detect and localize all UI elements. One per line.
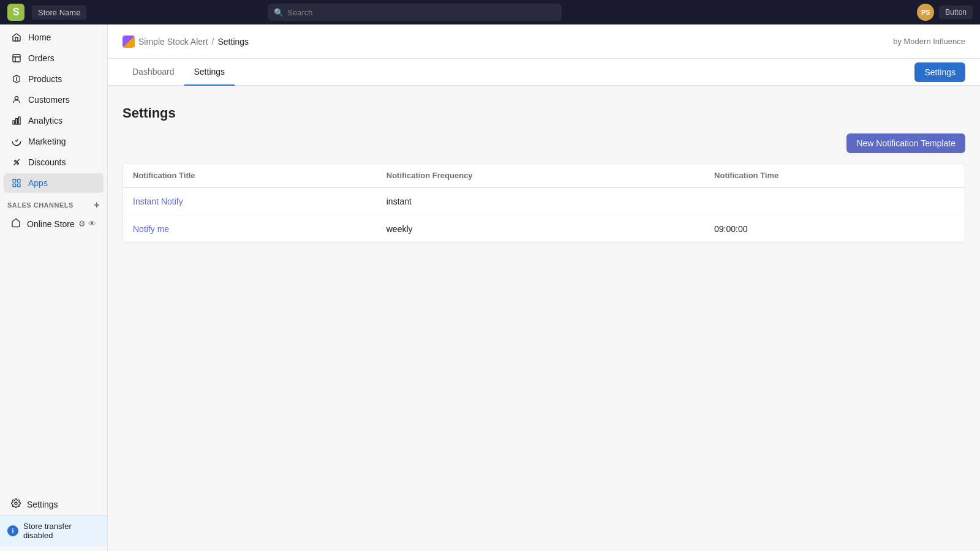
svg-point-6 <box>17 163 19 165</box>
topbar: S Store Name 🔍 PS Button <box>0 0 980 24</box>
online-store-left: Online Store <box>11 218 75 230</box>
store-name: Store Name <box>32 6 86 20</box>
search-bar[interactable]: 🔍 <box>268 4 562 21</box>
online-store-settings-icon[interactable]: ⚙ <box>78 219 86 228</box>
row2-time: 09:00:00 <box>704 216 965 243</box>
current-page: Settings <box>218 37 249 47</box>
online-store-eye-icon[interactable]: 👁 <box>88 219 96 228</box>
topbar-right: PS Button <box>917 4 973 21</box>
sidebar-item-label-home: Home <box>28 32 51 42</box>
online-store-icon <box>11 218 21 230</box>
sidebar-item-label-products: Products <box>28 74 62 84</box>
svg-rect-3 <box>16 119 18 124</box>
notification-table: Notification Title Notification Frequenc… <box>123 163 965 242</box>
table-body: Instant Notify instant Notify me weekly … <box>123 188 965 243</box>
apps-icon <box>11 178 22 189</box>
app-name: Simple Stock Alert <box>138 37 208 47</box>
sidebar-item-label-orders: Orders <box>28 53 55 63</box>
svg-rect-8 <box>17 179 20 182</box>
tabs: Dashboard Settings <box>123 59 235 86</box>
svg-rect-0 <box>13 54 20 62</box>
tab-dashboard[interactable]: Dashboard <box>123 59 184 86</box>
sidebar-item-marketing[interactable]: Marketing <box>4 132 104 151</box>
settings-icon <box>11 498 21 510</box>
svg-rect-2 <box>13 121 15 124</box>
svg-point-11 <box>15 502 17 504</box>
by-text: by Modern Influence <box>893 37 965 46</box>
svg-point-5 <box>15 160 17 162</box>
home-icon <box>11 32 22 43</box>
table-row: Notify me weekly 09:00:00 <box>123 216 965 243</box>
row1-frequency: instant <box>377 188 704 216</box>
sidebar-item-online-store[interactable]: Online Store ⚙ 👁 <box>4 214 104 234</box>
tab-bar: Dashboard Settings Settings <box>108 59 980 86</box>
app-icon <box>123 36 135 48</box>
row1-time <box>704 188 965 216</box>
sidebar-item-apps[interactable]: Apps <box>4 173 104 193</box>
sidebar-item-products[interactable]: Products <box>4 69 104 89</box>
online-store-label: Online Store <box>27 219 75 229</box>
sidebar-bottom: Settings i Store transfer disabled <box>0 493 107 551</box>
sidebar-item-label-discounts: Discounts <box>28 157 66 167</box>
search-input[interactable] <box>287 8 556 17</box>
sidebar-item-orders[interactable]: Orders <box>4 48 104 68</box>
row1-title[interactable]: Instant Notify <box>123 188 377 216</box>
settings-label: Settings <box>27 500 58 509</box>
sidebar-item-label-analytics: Analytics <box>28 116 62 126</box>
search-icon: 🔍 <box>274 8 284 17</box>
sidebar-item-label-apps: Apps <box>28 178 48 188</box>
sidebar-item-label-customers: Customers <box>28 95 70 105</box>
svg-point-1 <box>15 97 18 100</box>
tab-settings[interactable]: Settings <box>184 59 235 86</box>
table-row: Instant Notify instant <box>123 188 965 216</box>
svg-rect-7 <box>13 179 16 182</box>
store-transfer-label: Store transfer disabled <box>23 522 100 540</box>
row2-title[interactable]: Notify me <box>123 216 377 243</box>
marketing-icon <box>11 136 22 147</box>
avatar: PS <box>917 4 934 21</box>
app-header: Simple Stock Alert / Settings by Modern … <box>108 24 980 59</box>
topbar-button[interactable]: Button <box>939 6 973 19</box>
svg-rect-9 <box>13 184 16 187</box>
table-header: Notification Title Notification Frequenc… <box>123 163 965 188</box>
col-header-frequency: Notification Frequency <box>377 163 704 188</box>
sidebar-item-analytics[interactable]: Analytics <box>4 111 104 130</box>
add-sales-channel-icon[interactable]: + <box>94 200 100 211</box>
col-header-time: Notification Time <box>704 163 965 188</box>
settings-page-button[interactable]: Settings <box>914 62 965 82</box>
sidebar: Home Orders Products Customers Analytics <box>0 24 108 551</box>
layout: Home Orders Products Customers Analytics <box>0 24 980 551</box>
sidebar-item-customers[interactable]: Customers <box>4 90 104 110</box>
sales-channels-label: SALES CHANNELS + <box>0 193 107 213</box>
main-content: Simple Stock Alert / Settings by Modern … <box>108 24 980 551</box>
store-transfer-bar: i Store transfer disabled <box>0 515 107 546</box>
page-title: Settings <box>123 105 965 121</box>
svg-rect-4 <box>18 117 20 124</box>
customers-icon <box>11 94 22 105</box>
analytics-icon <box>11 115 22 126</box>
sidebar-item-home[interactable]: Home <box>4 28 104 47</box>
new-notification-template-button[interactable]: New Notification Template <box>846 133 965 153</box>
online-store-actions: ⚙ 👁 <box>78 219 96 228</box>
discounts-icon <box>11 157 22 168</box>
notification-table-card: Notification Title Notification Frequenc… <box>123 163 965 243</box>
shopify-logo: S <box>7 4 24 21</box>
col-header-title: Notification Title <box>123 163 377 188</box>
svg-rect-10 <box>17 184 20 187</box>
info-icon: i <box>7 525 18 536</box>
breadcrumb-separator: / <box>212 37 214 47</box>
breadcrumb: Simple Stock Alert / Settings <box>123 36 249 48</box>
orders-icon <box>11 53 22 64</box>
sidebar-item-settings[interactable]: Settings <box>4 494 104 514</box>
content-area: Settings New Notification Template Notif… <box>108 86 980 551</box>
row2-frequency: weekly <box>377 216 704 243</box>
sidebar-item-discounts[interactable]: Discounts <box>4 152 104 172</box>
sidebar-item-label-marketing: Marketing <box>28 137 66 146</box>
products-icon <box>11 73 22 84</box>
